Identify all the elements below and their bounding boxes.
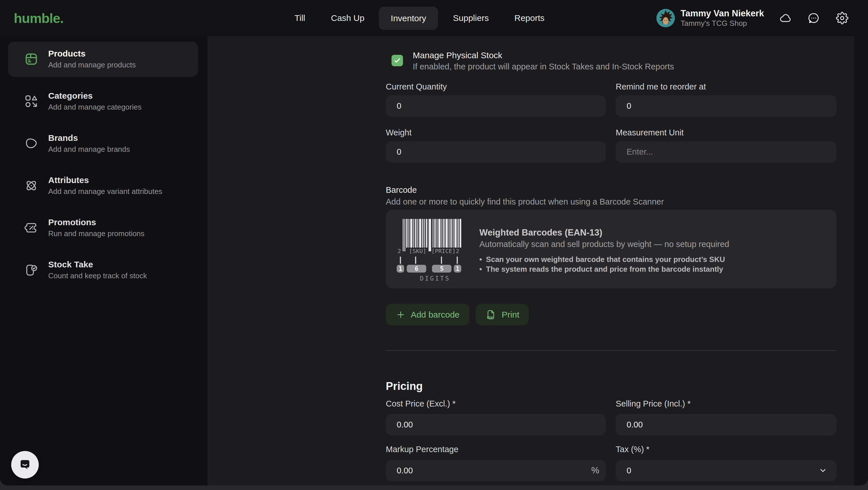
sidebar-item-stock-take[interactable]: Stock Take Count and keep track of stock bbox=[0, 253, 208, 288]
markup-label: Markup Percentage bbox=[386, 445, 606, 454]
percent-suffix: % bbox=[591, 465, 599, 476]
sidebar-item-title: Promotions bbox=[48, 218, 96, 227]
nav-inventory-active[interactable]: Inventory bbox=[379, 7, 438, 30]
barcode-right-digit: 2 bbox=[456, 248, 459, 255]
user-org: Tammy's TCG Shop bbox=[681, 19, 764, 28]
digits-caption: DIGITS bbox=[420, 275, 451, 282]
digit-chip: 5 bbox=[432, 265, 452, 272]
atom-icon bbox=[24, 178, 38, 193]
reorder-input[interactable] bbox=[616, 95, 836, 117]
tick bbox=[441, 257, 442, 264]
cloud-icon[interactable] bbox=[779, 12, 792, 24]
manage-stock-title: Manage Physical Stock bbox=[413, 51, 502, 60]
weighted-barcode-card: 2 [SKU] [PRICE] 2 1 6 5 1 DIGITS Weighte… bbox=[386, 210, 836, 288]
markup-input[interactable] bbox=[386, 460, 606, 481]
barcode-heading: Barcode bbox=[386, 185, 417, 195]
sidebar-item-title: Products bbox=[48, 49, 86, 59]
unit-input[interactable] bbox=[616, 141, 836, 163]
avatar bbox=[656, 9, 675, 27]
reorder-label: Remind me to reorder at bbox=[616, 82, 836, 92]
print-label: Print bbox=[502, 310, 520, 320]
main-panel: Manage Physical Stock If enabled, the pr… bbox=[208, 36, 854, 485]
plus-icon bbox=[396, 310, 406, 320]
clipboard-check-icon bbox=[24, 263, 38, 277]
bullet-item: Scan your own weighted barcode that cont… bbox=[479, 255, 725, 264]
tax-value: 0 bbox=[627, 466, 631, 476]
nav-till[interactable]: Till bbox=[294, 0, 305, 36]
manage-stock-subtitle: If enabled, the product will appear in S… bbox=[413, 62, 674, 71]
print-button[interactable]: PDF Print bbox=[476, 304, 529, 325]
nav-reports[interactable]: Reports bbox=[515, 0, 545, 36]
check-icon bbox=[394, 57, 401, 64]
support-chat-button[interactable] bbox=[11, 451, 39, 479]
barcode-subheading: Add one or more to quickly find this pro… bbox=[386, 197, 664, 206]
box-icon bbox=[24, 52, 38, 66]
tick bbox=[415, 257, 416, 264]
sidebar-item-title: Attributes bbox=[48, 175, 89, 185]
pricing-heading: Pricing bbox=[386, 380, 423, 392]
shapes-icon bbox=[24, 94, 38, 108]
tax-select[interactable]: 0 bbox=[616, 460, 836, 481]
chevron-down-icon bbox=[818, 466, 827, 475]
sidebar-item-products[interactable]: Products Add and manage products bbox=[0, 42, 208, 77]
weighted-barcodes-subtitle: Automatically scan and sell products by … bbox=[479, 239, 729, 249]
sidebar-item-brands[interactable]: Brands Add and manage brands bbox=[0, 126, 208, 161]
sidebar-item-promotions[interactable]: Promotions Run and manage promotions bbox=[0, 210, 208, 246]
sidebar-item-attributes[interactable]: Attributes Add and manage variant attrib… bbox=[0, 168, 208, 203]
sidebar-item-subtitle: Count and keep track of stock bbox=[48, 271, 147, 280]
selling-price-label: Selling Price (Incl.) * bbox=[616, 399, 836, 409]
chat-icon[interactable] bbox=[807, 12, 820, 24]
nav-suppliers[interactable]: Suppliers bbox=[453, 0, 489, 36]
tax-label: Tax (%) * bbox=[616, 445, 836, 454]
product-form: Manage Physical Stock If enabled, the pr… bbox=[386, 36, 836, 485]
manage-stock-checkbox[interactable] bbox=[392, 55, 403, 66]
weighted-barcodes-title: Weighted Barcodes (EAN-13) bbox=[479, 228, 602, 238]
unit-label: Measurement Unit bbox=[616, 128, 836, 137]
barcode-left-digit: 2 bbox=[398, 248, 401, 255]
app-window: humble. Till Cash Up Inventory Suppliers… bbox=[0, 0, 868, 485]
tick bbox=[400, 257, 401, 264]
brand-blob-icon bbox=[24, 136, 38, 151]
user-info: Tammy Van Niekerk Tammy's TCG Shop bbox=[681, 8, 764, 28]
sidebar-item-subtitle: Add and manage brands bbox=[48, 145, 130, 154]
gear-icon[interactable] bbox=[836, 12, 848, 24]
sidebar-item-categories[interactable]: Categories Add and manage categories bbox=[0, 84, 208, 119]
digit-chip: 1 bbox=[397, 265, 404, 272]
selling-price-input[interactable] bbox=[616, 414, 836, 435]
sidebar-item-subtitle: Add and manage products bbox=[48, 61, 136, 69]
sidebar-item-subtitle: Add and manage variant attributes bbox=[48, 187, 162, 196]
barcode-diagram: 2 [SKU] [PRICE] 2 1 6 5 1 DIGITS bbox=[398, 219, 466, 288]
sidebar-item-title: Categories bbox=[48, 91, 93, 101]
top-bar: humble. Till Cash Up Inventory Suppliers… bbox=[0, 0, 868, 36]
add-barcode-button[interactable]: Add barcode bbox=[386, 304, 470, 325]
add-barcode-label: Add barcode bbox=[411, 310, 460, 320]
tick bbox=[457, 257, 458, 264]
sidebar-item-subtitle: Add and manage categories bbox=[48, 103, 142, 111]
barcode-sku-label: [SKU] bbox=[409, 248, 426, 255]
cost-price-label: Cost Price (Excl.) * bbox=[386, 399, 606, 409]
current-quantity-input[interactable] bbox=[386, 95, 606, 117]
digit-chip: 6 bbox=[407, 265, 426, 272]
nav-cash-up[interactable]: Cash Up bbox=[331, 0, 365, 36]
digit-chip: 1 bbox=[454, 265, 461, 272]
section-divider bbox=[386, 350, 836, 351]
sidebar: Products Add and manage products Categor… bbox=[0, 36, 208, 485]
svg-text:PDF: PDF bbox=[487, 316, 493, 319]
humble-logo: humble. bbox=[14, 10, 63, 26]
weight-label: Weight bbox=[386, 128, 606, 137]
user-name: Tammy Van Niekerk bbox=[681, 8, 764, 19]
cost-price-input[interactable] bbox=[386, 414, 606, 435]
ticket-percent-icon bbox=[24, 221, 38, 235]
barcode-price-label: [PRICE] bbox=[431, 248, 456, 255]
weight-input[interactable] bbox=[386, 141, 606, 163]
current-quantity-label: Current Quantity bbox=[386, 82, 606, 92]
chat-bubble-icon bbox=[18, 457, 32, 472]
user-profile[interactable]: Tammy Van Niekerk Tammy's TCG Shop bbox=[656, 0, 764, 36]
sidebar-item-title: Stock Take bbox=[48, 260, 93, 269]
sidebar-item-subtitle: Run and manage promotions bbox=[48, 229, 144, 238]
barcode-bars bbox=[403, 219, 461, 252]
sidebar-item-title: Brands bbox=[48, 133, 78, 143]
pdf-file-icon: PDF bbox=[485, 309, 497, 321]
bullet-item: The system reads the product and price f… bbox=[479, 265, 723, 274]
